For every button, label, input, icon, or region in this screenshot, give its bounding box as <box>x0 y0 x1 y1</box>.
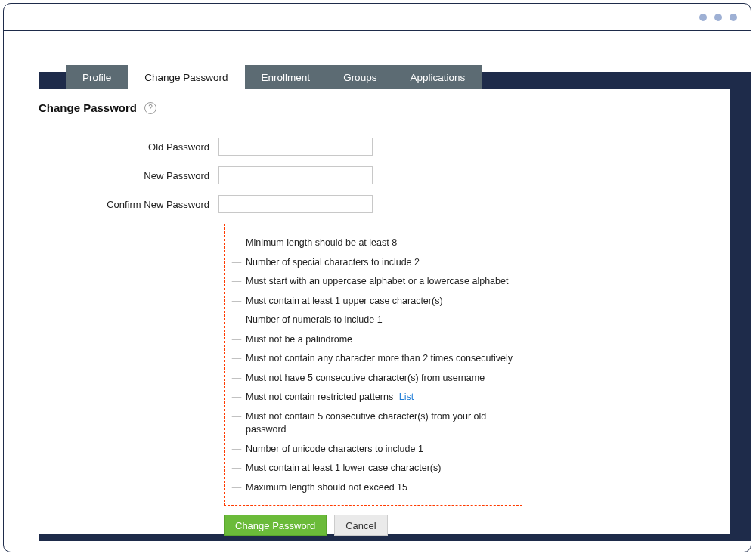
button-row: Change Password Cancel <box>224 515 730 536</box>
rule-dash-icon: — <box>228 237 246 250</box>
restricted-patterns-list-link[interactable]: List <box>399 391 414 402</box>
content-panel: Change Password ? Old Password New Passw… <box>37 89 730 534</box>
rule-text-inner: Must not contain restricted patterns <box>246 391 393 402</box>
rule-text: Must not be a palindrome <box>246 333 514 347</box>
confirm-password-label: Confirm New Password <box>37 199 218 210</box>
password-rule: — Must contain at least 1 lower case cha… <box>228 459 514 478</box>
rule-dash-icon: — <box>228 256 246 270</box>
old-password-label: Old Password <box>37 141 218 153</box>
window-control-dot[interactable] <box>730 14 737 21</box>
rule-dash-icon: — <box>228 443 246 456</box>
tab-profile[interactable]: Profile <box>66 65 128 89</box>
rule-text: Must contain at least 1 upper case chara… <box>246 295 514 308</box>
password-rule: — Must start with an uppercase alphabet … <box>228 272 514 292</box>
app-shell: Profile Change Password Enrollment Group… <box>4 31 751 552</box>
browser-frame: Profile Change Password Enrollment Group… <box>3 3 751 552</box>
help-icon[interactable]: ? <box>144 102 156 114</box>
rule-dash-icon: — <box>228 314 246 327</box>
new-password-label: New Password <box>37 170 218 181</box>
password-rule: — Must not contain any character more th… <box>228 349 514 369</box>
window-control-dot[interactable] <box>699 14 707 21</box>
form-row-confirm-password: Confirm New Password <box>37 195 730 213</box>
rule-text: Minimum length should be at least 8 <box>246 237 514 250</box>
password-rule: — Must contain at least 1 upper case cha… <box>228 292 514 311</box>
rule-dash-icon: — <box>228 391 246 404</box>
rule-text: Must not contain restricted patterns Lis… <box>246 391 514 404</box>
tab-groups[interactable]: Groups <box>327 65 393 89</box>
password-rule: — Must not contain restricted patterns L… <box>228 388 514 407</box>
page-header: Change Password ? <box>37 101 500 122</box>
old-password-input[interactable] <box>218 138 373 156</box>
rule-text: Number of numerals to include 1 <box>246 314 514 327</box>
rule-dash-icon: — <box>228 275 246 289</box>
rule-text: Must not have 5 consecutive character(s)… <box>246 372 514 385</box>
rule-text: Number of unicode characters to include … <box>246 443 514 456</box>
change-password-button[interactable]: Change Password <box>224 515 327 536</box>
password-rule: — Minimum length should be at least 8 <box>228 234 514 253</box>
tab-enrollment[interactable]: Enrollment <box>245 65 327 89</box>
password-rule: — Number of numerals to include 1 <box>228 311 514 330</box>
rule-dash-icon: — <box>228 462 246 475</box>
password-rule: — Number of unicode characters to includ… <box>228 440 514 460</box>
rule-dash-icon: — <box>228 481 246 495</box>
confirm-password-input[interactable] <box>218 195 373 213</box>
password-rule: — Must not have 5 consecutive character(… <box>228 369 514 388</box>
rule-text: Number of special characters to include … <box>246 256 514 270</box>
form-row-new-password: New Password <box>37 166 730 184</box>
tab-change-password[interactable]: Change Password <box>128 65 244 89</box>
rule-text: Must start with an uppercase alphabet or… <box>246 275 514 289</box>
password-rule: — Must not be a palindrome <box>228 330 514 350</box>
rule-dash-icon: — <box>228 333 246 347</box>
password-rule: — Must not contain 5 consecutive charact… <box>228 407 514 440</box>
browser-titlebar <box>4 4 751 31</box>
rule-text: Must contain at least 1 lower case chara… <box>246 462 514 475</box>
new-password-input[interactable] <box>218 166 373 184</box>
password-rules-box: — Minimum length should be at least 8 — … <box>224 224 522 506</box>
rule-dash-icon: — <box>228 372 246 385</box>
password-rule: — Number of special characters to includ… <box>228 253 514 273</box>
cancel-button[interactable]: Cancel <box>334 515 387 536</box>
rule-dash-icon: — <box>228 295 246 308</box>
rule-dash-icon: — <box>228 410 246 424</box>
window-control-dot[interactable] <box>714 14 722 21</box>
password-rule: — Maximum length should not exceed 15 <box>228 478 514 498</box>
rule-text: Must not contain 5 consecutive character… <box>246 410 514 437</box>
tabs-bar: Profile Change Password Enrollment Group… <box>66 65 482 89</box>
rule-text: Must not contain any character more than… <box>246 352 514 366</box>
form-row-old-password: Old Password <box>37 138 730 156</box>
page-title: Change Password <box>39 101 137 114</box>
rule-dash-icon: — <box>228 352 246 366</box>
tab-applications[interactable]: Applications <box>393 65 482 89</box>
rule-text: Maximum length should not exceed 15 <box>246 481 514 495</box>
